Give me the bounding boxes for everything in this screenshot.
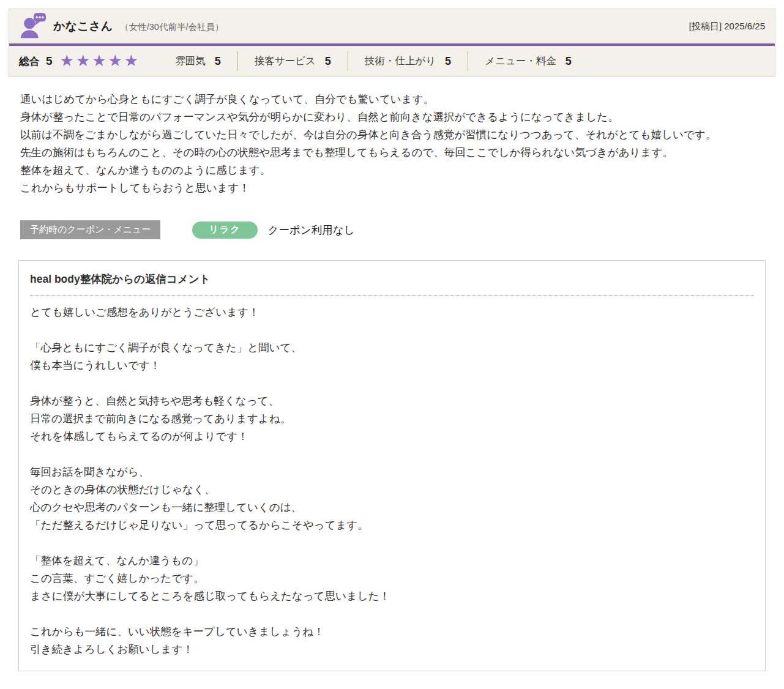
overall-rating: 総合 5 ★★★★★ xyxy=(19,53,140,70)
rating-value: 5 xyxy=(325,55,331,68)
rating-label: メニュー・料金 xyxy=(485,54,556,68)
shop-reply-body-text: とても嬉しいご感想をありがとうございます！ 「心身ともにすごく調子が良くなってき… xyxy=(30,304,754,658)
rating-value: 5 xyxy=(445,55,451,68)
star-rating-icons: ★★★★★ xyxy=(60,53,141,70)
reviewer-name: かなこさん xyxy=(53,18,113,34)
coupon-usage-text: クーポン利用なし xyxy=(268,223,355,237)
genre-tag-relax: リラク xyxy=(192,222,257,239)
rating-row: 総合 5 ★★★★★ 雰囲気 5 接客サービス 5 技術・仕上がり 5 メニュー… xyxy=(9,46,775,76)
rating-item-atmosphere: 雰囲気 5 xyxy=(159,51,237,71)
shop-reply-title: heal body整体院からの返信コメント xyxy=(30,269,754,296)
overall-rating-value: 5 xyxy=(46,54,53,68)
rating-item-skill: 技術・仕上がり 5 xyxy=(348,51,468,71)
rating-item-service: 接客サービス 5 xyxy=(237,51,348,71)
reviewer-header-row: かなこさん （女性/30代前半/会社員） [投稿日] 2025/6/25 xyxy=(9,9,775,46)
review-body-text: 通いはじめてから心身ともにすごく調子が良くなっていて、自分でも驚いています。 身… xyxy=(20,91,764,197)
rating-label: 技術・仕上がり xyxy=(365,54,436,68)
rating-item-menu-price: メニュー・料金 5 xyxy=(468,51,588,71)
reviewer-profile: （女性/30代前半/会社員） xyxy=(120,20,223,33)
rating-value: 5 xyxy=(566,55,572,68)
rating-label: 雰囲気 xyxy=(175,54,206,68)
coupon-row: 予約時のクーポン・メニュー リラク クーポン利用なし xyxy=(20,220,764,239)
reviewer-avatar-icon xyxy=(19,12,47,40)
post-date: [投稿日] 2025/6/25 xyxy=(689,21,765,32)
rating-value: 5 xyxy=(215,55,221,68)
shop-reply-box: heal body整体院からの返信コメント とても嬉しいご感想をありがとうござい… xyxy=(18,260,766,671)
review-header-box: かなこさん （女性/30代前半/会社員） [投稿日] 2025/6/25 総合 … xyxy=(9,9,775,77)
rating-label: 接客サービス xyxy=(255,54,316,68)
coupon-menu-label: 予約時のクーポン・メニュー xyxy=(20,220,160,239)
overall-rating-label: 総合 xyxy=(19,54,40,69)
